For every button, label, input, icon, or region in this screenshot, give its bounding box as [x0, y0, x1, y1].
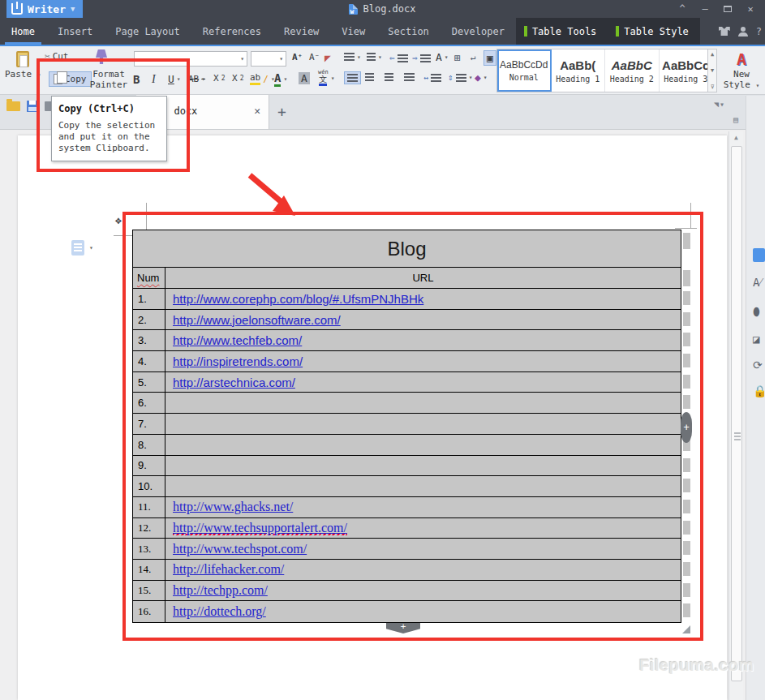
new-tab-button[interactable]: +: [277, 103, 286, 120]
maximize-button[interactable]: [716, 3, 739, 15]
vertical-scrollbar[interactable]: ▲: [728, 131, 743, 700]
window-title: Blog.docx: [0, 0, 765, 18]
paste-options-button[interactable]: ▾: [71, 240, 93, 256]
style-sample: AaBbCc: [662, 58, 709, 72]
style-sample: AaBb(: [560, 58, 595, 72]
style-name: Heading 2: [610, 75, 654, 84]
font-color-button[interactable]: A▾: [274, 71, 287, 87]
scroll-down-icon[interactable]: ▼: [711, 67, 714, 74]
style-gallery: AaBbCcDdNormalAaBb(Heading 1AaBbCHeading…: [496, 49, 714, 92]
media-icon[interactable]: ◪: [753, 333, 765, 347]
titlebar: Writer ▼ Blog.docx ^ — ✕: [0, 0, 765, 18]
bullets-button[interactable]: ▾: [344, 53, 361, 61]
style-name: Normal: [509, 73, 539, 82]
style-heading-3[interactable]: AaBbCcHeading 3: [660, 49, 714, 92]
watermark: Filepuma.com: [639, 655, 754, 675]
menu-tab-insert[interactable]: Insert: [46, 18, 104, 45]
side-panel: A⁄ ⬮ ◪ ⟳ 🔒: [746, 96, 765, 700]
close-button[interactable]: ✕: [739, 3, 762, 15]
clear-format-icon[interactable]: ◤: [324, 52, 331, 64]
scrollbar-grip: [734, 432, 741, 440]
table-icon[interactable]: ⊞: [454, 52, 461, 64]
tab-list-icon[interactable]: ▾: [714, 100, 724, 109]
collapse-ribbon-button[interactable]: ^: [671, 3, 694, 15]
shading-bucket-icon[interactable]: ◆▾: [475, 71, 488, 84]
new-style-icon: A: [720, 49, 763, 69]
show-marks-button[interactable]: ▣: [483, 50, 496, 66]
account-icon[interactable]: [738, 27, 748, 37]
decrease-indent-button[interactable]: ⇐: [389, 53, 408, 63]
menu-tab-table-style[interactable]: Table Style: [619, 18, 699, 45]
align-right-button[interactable]: [385, 73, 393, 81]
menu-tab-references[interactable]: References: [191, 18, 273, 45]
document-icon: [349, 4, 358, 15]
style-heading-1[interactable]: AaBb(Heading 1: [552, 49, 606, 92]
font-tool-icon[interactable]: A⁄: [753, 276, 765, 290]
gallery-expand-icon[interactable]: ⊽: [710, 84, 714, 90]
style-normal[interactable]: AaBbCcDdNormal: [497, 49, 552, 92]
document-title: Blog.docx: [363, 3, 415, 15]
align-center-button[interactable]: [365, 73, 374, 81]
maximize-icon: [724, 6, 732, 12]
shrink-font-button[interactable]: A⁻: [309, 52, 320, 62]
phonetic-guide-button[interactable]: wén文▾: [318, 70, 334, 86]
minimize-button[interactable]: —: [694, 3, 716, 15]
menu-tab-home[interactable]: Home: [0, 18, 46, 45]
annotation-arrow: [242, 169, 300, 219]
style-sample: AaBbCcDd: [500, 59, 548, 71]
strikethrough-button[interactable]: AB▾: [188, 74, 205, 84]
open-file-icon[interactable]: [6, 101, 20, 111]
close-tab-icon[interactable]: ✕: [254, 105, 260, 117]
new-document-icon[interactable]: [753, 248, 765, 262]
annotation-box-table: [122, 212, 703, 641]
reading-view-icon[interactable]: ▤: [728, 115, 743, 128]
wrap-break-icon[interactable]: ↵: [471, 52, 476, 62]
scroll-up-icon[interactable]: ▲: [711, 51, 714, 58]
paste-button[interactable]: Paste ▾: [5, 51, 41, 79]
style-name: Heading 1: [556, 75, 600, 84]
grow-font-button[interactable]: A⁺: [292, 52, 303, 62]
text-direction-button[interactable]: A▾: [436, 51, 449, 63]
wps-writer-window: Writer ▼ Blog.docx ^ — ✕ HomeInsertPage …: [0, 0, 765, 700]
highlight-button[interactable]: ab/▾: [250, 72, 275, 85]
style-sample: AaBbC: [612, 58, 652, 72]
char-shading-button[interactable]: A: [299, 72, 310, 84]
menu-tab-review[interactable]: Review: [273, 18, 330, 45]
accent-divider: [0, 45, 765, 46]
menu-tab-page-layout[interactable]: Page Layout: [104, 18, 191, 45]
align-left-button[interactable]: [344, 71, 361, 84]
menu-tab-table-tools[interactable]: Table Tools: [527, 18, 608, 45]
menu-tab-section[interactable]: Section: [376, 18, 441, 45]
subscript-button[interactable]: X2: [232, 73, 243, 84]
paste-options-icon: [71, 240, 84, 256]
scrollbar-thumb[interactable]: [731, 146, 742, 681]
paste-icon: [16, 51, 29, 67]
annotation-box-copy: [37, 58, 190, 172]
protect-doc-icon[interactable]: 🔒: [753, 384, 765, 399]
menu-tab-view[interactable]: View: [330, 18, 376, 45]
style-gallery-scroll[interactable]: ▲ ▼ ⊽: [707, 49, 717, 92]
superscript-button[interactable]: X2: [213, 73, 225, 84]
style-heading-2[interactable]: AaBbCHeading 2: [605, 49, 660, 92]
justify-button[interactable]: [404, 73, 415, 81]
font-size-combobox[interactable]: ▾: [251, 51, 286, 67]
shapes-icon[interactable]: ⬮: [753, 305, 765, 320]
new-style-button[interactable]: A New Style ▾: [720, 49, 763, 90]
numbering-button[interactable]: ▾: [367, 53, 382, 61]
skin-theme-icon[interactable]: [719, 27, 730, 36]
style-name: Heading 3: [664, 75, 707, 84]
line-spacing-button[interactable]: ⇕▾: [448, 72, 472, 83]
menu-bar: HomeInsertPage LayoutReferencesReviewVie…: [0, 18, 765, 45]
increase-indent-button[interactable]: ⇒: [412, 53, 431, 63]
refresh-doc-icon[interactable]: ⟳: [753, 359, 765, 373]
distribute-button[interactable]: ↔: [423, 73, 441, 82]
scroll-up-arrow-icon[interactable]: ▲: [729, 131, 743, 144]
help-icon[interactable]: ?: [756, 26, 762, 37]
menu-tab-developer[interactable]: Developer: [441, 18, 516, 45]
